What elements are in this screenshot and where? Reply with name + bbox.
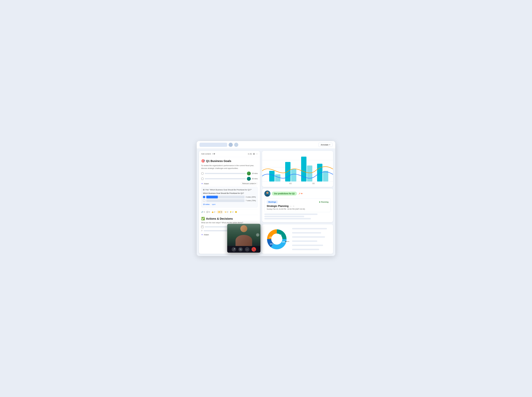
poll-bar-container-1 [206, 196, 245, 198]
poll-inner-title: Which Business Goal Should Be Prioritize… [203, 192, 256, 194]
chevron-down-icon-sm: ▾ [255, 183, 256, 185]
task-item-1: 10 mins [201, 172, 258, 175]
donut-chart-section: 20% 40% 20% 20% 40% [262, 224, 333, 254]
iadaim-icon-2: ✦ [201, 233, 203, 236]
plus-icon: + [212, 153, 214, 155]
video-overlay: ‹ 🎤 📷 ··· 📞 [227, 224, 260, 253]
poll-header: ⊞ Poll: "Which Business Goal Should Be P… [203, 189, 256, 191]
donut-skeleton-5 [292, 245, 323, 246]
avatar-2 [234, 143, 238, 147]
svg-rect-7 [291, 169, 296, 181]
camera-button[interactable]: 📷 [238, 247, 243, 252]
template-button[interactable]: ⊞ [253, 153, 255, 155]
poll-checkbox-checked[interactable] [203, 196, 205, 198]
svg-rect-11 [323, 171, 328, 181]
task-avatar-2 [247, 177, 251, 181]
svg-text:20%: 20% [269, 236, 273, 238]
meeting-card: Our predictions for Q1 ↗✦ Meetings Runni… [262, 189, 333, 222]
task-avatar-1 [247, 172, 251, 175]
donut-skeleton-3 [292, 236, 325, 238]
more-options-button[interactable]: ··· [245, 247, 249, 252]
task-time-2: 30 mins [252, 178, 258, 180]
poll-votes-1: 3 votes (30%) [246, 196, 256, 198]
iadaim-label: iAdam [204, 183, 209, 185]
video-controls: 🎤 📷 ··· 📞 [227, 246, 260, 253]
running-dot [319, 201, 320, 203]
user-avatar [264, 191, 270, 197]
add-button[interactable]: + ▾ [212, 153, 215, 155]
card-title: 🎯 Q1 Business Goals [201, 159, 258, 163]
donut-skeleton-6 [292, 249, 319, 250]
svg-rect-5 [275, 174, 280, 181]
end-call-button[interactable]: 📞 [252, 247, 256, 252]
poll-header-label: Poll: "Which Business Goal Should Be Pri… [206, 189, 252, 191]
like-count: 2 [214, 211, 215, 213]
meeting-info-header: Meetings Running [267, 200, 328, 204]
poll-option-2: 7 votes (70%) [203, 199, 256, 202]
actions-heading: Actions & Decisions [206, 217, 233, 220]
right-skeleton [292, 227, 331, 251]
poll-votes-2: 7 votes (70%) [246, 200, 256, 202]
svg-text:60: 60 [289, 182, 292, 185]
card-heading: Q1 Business Goals [206, 160, 231, 163]
task-item-2: 30 mins [201, 177, 258, 181]
iadaim-icon: ✦ [201, 182, 203, 185]
link-icon: 🔗 [201, 211, 203, 213]
predictions-row: Our predictions for Q1 ↗✦ [264, 191, 331, 197]
poll-bar-2 [206, 199, 233, 202]
actions-emoji-icon: ✅ [201, 217, 205, 220]
radio-button-1[interactable] [201, 172, 204, 175]
svg-text:40%: 40% [282, 241, 285, 243]
reaction-link: 🔗 2 [201, 211, 205, 213]
poll-footer: 10 votes · open [203, 203, 256, 206]
comment-icon: 💬 [206, 211, 209, 213]
right-panel: 60 80 Our predictions for Q1 ↗✦ [262, 151, 333, 254]
meeting-info-card: Meetings Running Strategic Planning ··· … [264, 198, 331, 212]
meeting-time: Sunday Feb 15, 01:00 PM - 02:00 PM (GMT+… [267, 208, 328, 210]
actions-description: What are the next steps? What are the ac… [201, 222, 258, 224]
search-bar[interactable] [200, 143, 227, 147]
top-bar: Annotate ▾ [197, 141, 335, 149]
annotate-label: Annotate [321, 144, 328, 146]
poll-checkbox-unchecked[interactable] [203, 199, 205, 202]
chevron-down-icon: ▾ [329, 144, 330, 146]
copy-icon: ⊡ [248, 153, 249, 155]
meeting-more-button[interactable]: ··· [290, 205, 291, 207]
smiley-icon: 🙂 [235, 211, 237, 213]
annotate-button[interactable]: Annotate ▾ [318, 143, 332, 147]
task-bar-2 [205, 178, 246, 179]
donut-skeleton-1 [292, 228, 327, 229]
cursor-icon: ↗✦ [298, 192, 303, 195]
hands-icon: 👐 [224, 211, 227, 213]
more-button[interactable]: ··· [256, 153, 258, 155]
panel-header: Add content: + ▾ ⊡ (6) ⊞ ··· [199, 151, 260, 157]
video-content: ‹ [227, 224, 260, 246]
reaction-emoji-badge[interactable]: 🤝 3 [217, 211, 223, 213]
predictions-badge: Our predictions for Q1 [272, 192, 297, 196]
card-description: To review the organization's performance… [201, 164, 258, 170]
microphone-button[interactable]: 🎤 [232, 247, 236, 252]
task-time-1: 10 mins [252, 173, 258, 174]
radio-button-2[interactable] [201, 178, 204, 180]
reaction-hands: 👐 2 [224, 211, 228, 213]
bulb-count: 2 [232, 211, 233, 213]
poll-option-1: 3 votes (30%) [203, 196, 256, 198]
skeleton-line-3 [264, 218, 311, 219]
action-checkbox-1[interactable] [201, 226, 204, 228]
header-icons: ⊡ (6) ⊞ ··· [248, 153, 258, 155]
reaction-comment: 💬 2 [206, 211, 210, 213]
meeting-star-button[interactable]: ☆ [293, 205, 295, 207]
poll-section: ⊞ Poll: "Which Business Goal Should Be P… [201, 187, 258, 207]
relevant-content-button[interactable]: Relevant content ▾ [241, 182, 258, 185]
link-count: 2 [204, 211, 205, 213]
count-badge: ⊡ (6) [248, 153, 252, 155]
actions-card-title: ✅ Actions & Decisions [201, 217, 258, 220]
poll-icon: ⊞ [203, 189, 205, 191]
chart-svg: 60 80 [262, 153, 333, 185]
video-toggle-button[interactable]: ‹ [256, 233, 259, 236]
svg-point-15 [266, 194, 269, 197]
bulb-icon: 💡 [230, 211, 232, 213]
avatar-1 [229, 143, 233, 147]
reaction-bulb: 💡 2 [230, 211, 233, 213]
meeting-title: Strategic Planning [267, 205, 289, 208]
